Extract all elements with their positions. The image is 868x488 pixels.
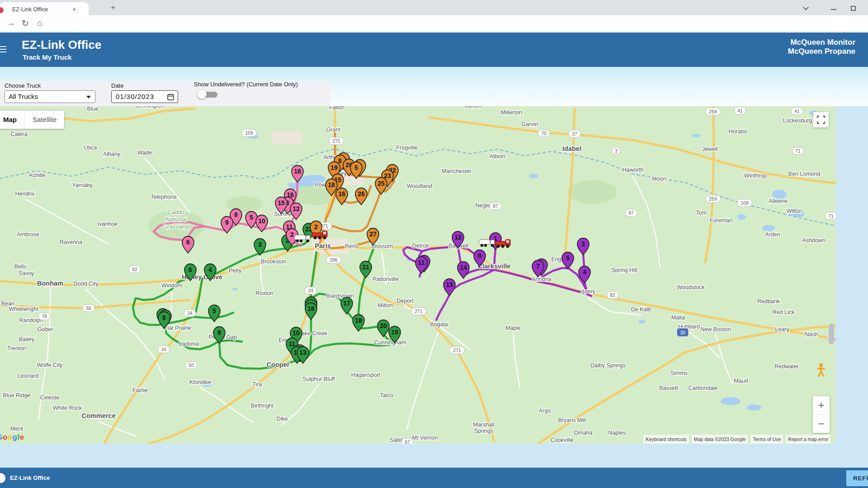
town-label: Argo xyxy=(539,408,551,414)
town-label: Dodd City xyxy=(74,281,99,287)
refresh-button[interactable]: REFRESH xyxy=(846,470,868,486)
town-label: Petty xyxy=(229,267,242,274)
town-label: Bells xyxy=(14,263,26,270)
town-label: Savoy xyxy=(19,270,34,277)
window-maximize-button[interactable] xyxy=(851,6,856,11)
town-label: Whitewright xyxy=(9,306,38,312)
road-shield-label: 71 xyxy=(795,148,801,154)
map-urban-patch xyxy=(271,131,303,145)
town-label: Lake Creek xyxy=(298,330,328,337)
home-button[interactable]: ⌂ xyxy=(37,18,42,28)
town-label: National xyxy=(165,216,187,223)
date-input[interactable]: 01/30/2023 xyxy=(111,90,178,103)
road-shield-label: 271 xyxy=(332,138,340,144)
town-label: Maple xyxy=(505,325,521,331)
town-label: Leary xyxy=(775,326,789,333)
google-logo-letter: e xyxy=(20,433,24,441)
town-label: Redbank xyxy=(757,298,780,305)
road-shield-label: 3 xyxy=(615,148,618,154)
road-shield-label: 56 xyxy=(86,305,91,311)
reload-button[interactable]: ↻ xyxy=(22,18,29,28)
controls-strip: Choose Truck All Trucks Date 01/30/2023 … xyxy=(0,67,868,106)
town-label: Blue Ridge xyxy=(3,392,30,399)
tab-favicon-icon xyxy=(0,7,4,13)
truck-icon-white[interactable] xyxy=(294,235,310,242)
road-shield-label: 259 xyxy=(709,109,717,114)
town-label: Windom xyxy=(161,282,182,289)
town-label: Hendrix xyxy=(15,191,35,197)
town-label: Reno xyxy=(345,243,359,249)
tab-close-icon[interactable]: × xyxy=(72,6,76,13)
town-label: Cooper xyxy=(267,361,290,368)
map-container[interactable]: CaleraBlueBenningtonFallonGrantValliantM… xyxy=(0,106,836,444)
truck-part xyxy=(506,245,509,248)
footer-brand: EZ-Link Office xyxy=(10,474,50,481)
date-label: Date xyxy=(111,82,123,89)
report-map-error-link[interactable]: Report a map error xyxy=(786,435,830,444)
town-label: Talco xyxy=(380,392,393,399)
town-label: Woodland xyxy=(407,183,432,189)
town-label: Lockesburg xyxy=(783,117,812,124)
zoom-out-button[interactable]: − xyxy=(813,415,830,433)
town-label: Bennington xyxy=(135,106,164,109)
town-label: Trenton xyxy=(7,345,27,352)
town-label: Mt Vernon xyxy=(412,435,438,441)
truck-icon-white[interactable] xyxy=(479,239,495,247)
town-label: Ravenna xyxy=(60,239,82,245)
road-shield-label: 82 xyxy=(610,292,615,298)
town-label: Caddo xyxy=(168,209,184,216)
street-view-pegman[interactable] xyxy=(814,361,828,378)
account-company: McQueen Propane xyxy=(788,47,855,56)
calendar-icon[interactable] xyxy=(167,94,174,100)
terms-of-use-link[interactable]: Terms of Use xyxy=(750,435,783,444)
truck-part xyxy=(312,233,322,237)
undelivered-toggle[interactable] xyxy=(197,89,219,100)
town-label: Fairlie xyxy=(132,387,148,394)
road-shield-label: 286 xyxy=(330,257,338,263)
browser-toolbar: → ↻ ⌂ ez-linkoffice.com/#/mapping/map-tr… xyxy=(0,15,868,32)
map-attribution: Keyboard shortcuts Map data ©2023 Google… xyxy=(643,435,830,444)
road-shield-label: 87 xyxy=(493,203,498,209)
town-label: Garvin xyxy=(522,121,538,127)
account-monitor: McQueen Monitor xyxy=(788,38,855,47)
town-label: Albany xyxy=(103,151,121,157)
town-label: Springs xyxy=(474,428,493,434)
town-label: Dike xyxy=(276,416,288,422)
fullscreen-button[interactable] xyxy=(813,112,829,127)
road-shield-label: 78 xyxy=(42,314,47,319)
map-forest-patch xyxy=(567,180,617,204)
town-label: Milton xyxy=(377,302,392,309)
chevron-down-icon xyxy=(86,96,91,99)
town-label: Cunningham xyxy=(374,339,406,346)
town-label: Birthright xyxy=(251,403,274,409)
truck-select[interactable]: All Trucks xyxy=(5,90,95,103)
town-label: Bonham xyxy=(37,280,63,287)
account-info: McQueen Monitor McQueen Propane xyxy=(788,38,855,56)
town-label: Deport xyxy=(396,298,414,304)
map-panel-handle[interactable] xyxy=(829,324,834,344)
new-tab-button[interactable]: + xyxy=(111,4,115,11)
map-type-satellite-button[interactable]: Satellite xyxy=(24,111,64,129)
town-label: Achille xyxy=(29,172,46,178)
browser-tab[interactable]: EZ-Link Office × xyxy=(0,2,89,15)
keyboard-shortcuts-link[interactable]: Keyboard shortcuts xyxy=(643,435,689,444)
fullscreen-icon xyxy=(813,112,829,127)
map-forest-patch xyxy=(226,196,262,212)
town-label: Gober xyxy=(38,326,53,333)
town-label: Bailey xyxy=(19,336,35,343)
menu-hamburger-icon[interactable] xyxy=(0,44,6,54)
road-shield-label: 70 xyxy=(541,131,547,136)
town-label: Horatio xyxy=(729,128,747,135)
tab-search-icon[interactable] xyxy=(804,5,808,10)
town-label: Cookville xyxy=(551,437,574,443)
window-minimize-button[interactable] xyxy=(831,9,836,10)
road-shield-label: 30 xyxy=(680,330,685,335)
map-lake xyxy=(692,134,700,137)
forward-button[interactable]: → xyxy=(7,18,15,28)
town-label: Flat Prairie xyxy=(164,325,191,331)
zoom-in-button[interactable]: + xyxy=(813,396,830,414)
map-type-map-button[interactable]: Map xyxy=(0,111,24,129)
map-canvas[interactable]: CaleraBlueBenningtonFallonGrantValliantM… xyxy=(0,106,836,444)
town-label: Roxton xyxy=(255,290,274,296)
truck-part xyxy=(479,239,491,244)
